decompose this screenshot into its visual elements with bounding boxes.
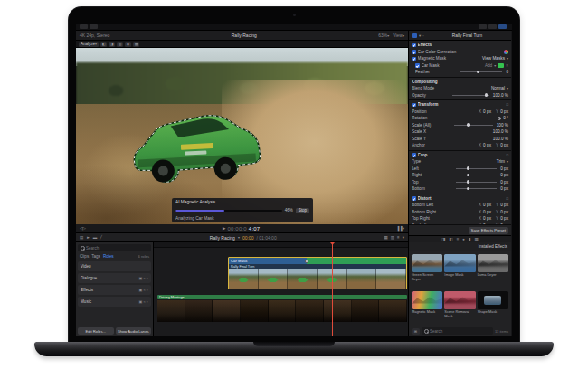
slider-knob[interactable] <box>467 180 469 183</box>
inspector-row-distort[interactable]: Distort□ <box>409 195 511 203</box>
car-mask-effect-bar[interactable]: Car Mask <box>229 258 406 264</box>
clip-appearance-icon[interactable]: ▦ <box>384 235 388 240</box>
secondary-storyline[interactable]: Driving Montage <box>157 295 407 322</box>
import-media-icon[interactable] <box>80 24 88 29</box>
effects-search[interactable] <box>422 327 493 335</box>
inspector-row-blend-mode[interactable]: Blend ModeNormal▾ <box>409 85 511 92</box>
enable-checkbox[interactable] <box>412 50 416 54</box>
music-icon[interactable]: ▮ <box>469 237 470 241</box>
slider-track[interactable] <box>456 175 497 175</box>
focus-icon[interactable]: ▣ <box>139 299 143 304</box>
video-inspector-icon[interactable] <box>412 33 417 38</box>
popup-value[interactable]: Normal <box>491 86 505 90</box>
inspector-row-type[interactable]: TypeTrim▾ <box>409 158 511 166</box>
rotation-dial-icon[interactable] <box>498 117 502 121</box>
show-audio-lanes-button[interactable]: Show Audio Lanes <box>116 327 152 335</box>
stop-button[interactable]: Stop <box>296 208 309 213</box>
role-row-video[interactable]: Video <box>78 261 151 271</box>
effect-thumbnail[interactable] <box>478 254 508 272</box>
focus-icon[interactable]: ▣ <box>139 288 143 292</box>
role-row-music[interactable]: Music▣≈○ <box>78 297 151 307</box>
x-value[interactable]: 0 px <box>483 216 491 221</box>
slider-knob[interactable] <box>467 166 469 169</box>
reset-icon[interactable]: □ <box>506 102 508 107</box>
inspector-row-rotation[interactable]: Rotation0 ° <box>409 115 511 122</box>
inspector-row-transform[interactable]: Transform□ <box>409 101 511 109</box>
effect-item-image-mask[interactable]: Image Mask <box>444 254 475 289</box>
playhead[interactable] <box>332 242 333 336</box>
inspector-row-anchor[interactable]: AnchorX0 pxY0 px <box>409 142 511 149</box>
timeline-layout-icon[interactable] <box>488 24 497 29</box>
effect-item-shape-mask[interactable]: Shape Mask <box>478 291 508 326</box>
enable-checkbox[interactable] <box>412 196 416 201</box>
y-value[interactable]: 0 px <box>500 109 508 114</box>
skimming-icon[interactable]: ▥ <box>391 235 394 240</box>
add-mask-control[interactable]: Add <box>485 63 492 68</box>
slider-track[interactable] <box>456 188 497 189</box>
y-value[interactable]: 0 px <box>500 216 508 221</box>
inspector-row-bottom-left[interactable]: Bottom LeftX0 pxY0 px <box>409 202 511 209</box>
inspector-row-bottom-right[interactable]: Bottom RightX0 pxY0 px <box>409 209 511 216</box>
enable-checkbox[interactable] <box>415 63 420 68</box>
timeline-ruler[interactable] <box>154 242 408 248</box>
mask-color-chip[interactable] <box>498 63 504 68</box>
info-inspector-icon[interactable]: ◦ <box>422 33 424 38</box>
effect-thumbnail[interactable] <box>444 291 475 309</box>
y-value[interactable]: 0 px <box>500 143 508 147</box>
slider-track[interactable] <box>452 95 489 96</box>
selected-clip-group[interactable]: Car Mask Rally Final Turn <box>228 257 407 289</box>
effects-icon[interactable]: ◨ <box>441 237 445 241</box>
mask-tool-icon[interactable]: ◨ <box>109 42 115 47</box>
waveform-icon[interactable]: ≈ <box>143 288 145 292</box>
inspector-row-bottom[interactable]: Bottom0 px <box>409 185 511 193</box>
role-row-effects[interactable]: Effects▣≈○ <box>78 285 151 295</box>
inspector-row-right[interactable]: Right0 px <box>409 172 511 179</box>
transitions-icon[interactable]: ◧ <box>449 237 452 241</box>
reset-icon[interactable]: □ <box>506 153 508 157</box>
view-dropdown[interactable]: View <box>393 33 403 38</box>
effect-item-luma-keyer[interactable]: Luma Keyer <box>478 254 508 289</box>
y-value[interactable]: 0 px <box>500 210 508 214</box>
inspector-row-scale-y[interactable]: Scale Y100.0 % <box>409 136 511 143</box>
mask-progress-knob[interactable] <box>305 260 308 263</box>
effect-thumbnail[interactable] <box>412 291 442 309</box>
inspector-row-scale-x[interactable]: Scale X100.0 % <box>409 128 511 136</box>
numeric-value[interactable]: 0 ° <box>503 116 508 120</box>
zoom-level-dropdown[interactable]: 63% <box>378 33 387 38</box>
numeric-value[interactable]: 100.0 % <box>493 129 508 134</box>
slider-track[interactable] <box>456 168 497 169</box>
index-search-input[interactable] <box>86 246 148 251</box>
waveform-icon[interactable]: ≈ <box>143 276 145 280</box>
tab-tags[interactable]: Tags <box>91 254 100 259</box>
installed-effects-header[interactable]: Installed Effects <box>409 242 511 251</box>
timeline-project-dropdown[interactable]: Rally Racing <box>210 235 235 241</box>
numeric-value[interactable]: 100.0 % <box>493 137 508 141</box>
mask-tool-icon[interactable]: ◧ <box>100 42 107 47</box>
slider-knob[interactable] <box>467 123 469 126</box>
inspector-row-top[interactable]: Top0 px <box>409 179 511 186</box>
remove-mask-icon[interactable]: × <box>506 63 508 68</box>
generators-icon[interactable]: ● <box>462 237 465 241</box>
chevron-down-icon[interactable]: ▾ <box>403 226 404 231</box>
slider-knob[interactable] <box>477 71 479 73</box>
grid-view-icon[interactable]: ⊞ <box>412 328 420 335</box>
play-icon[interactable]: ▶ <box>223 226 225 231</box>
timeline-index-icon[interactable]: ▤ <box>80 235 83 240</box>
gear-icon[interactable]: ○ <box>147 288 148 292</box>
x-value[interactable]: 0 px <box>483 203 491 207</box>
edit-roles-button[interactable]: Edit Roles... <box>78 327 114 335</box>
enable-checkbox[interactable] <box>412 43 416 48</box>
save-effects-preset-button[interactable]: Save Effects Preset <box>469 227 508 234</box>
slider-knob[interactable] <box>467 174 469 176</box>
popup-value[interactable]: Trim <box>497 159 505 164</box>
enable-checkbox[interactable] <box>412 103 416 108</box>
role-row-dialogue[interactable]: Dialogue▣≈○ <box>78 273 151 283</box>
gear-icon[interactable]: ○ <box>147 299 148 304</box>
inspector-row-position[interactable]: PositionX0 pxY0 px <box>409 109 511 116</box>
snapping-icon[interactable]: ≡ <box>397 235 400 240</box>
y-value[interactable]: 0 px <box>500 203 508 207</box>
reset-icon[interactable]: □ <box>506 196 508 201</box>
overlay-toggle-icon[interactable]: ▦ <box>133 42 139 47</box>
effect-thumbnail[interactable] <box>412 254 442 272</box>
slider-knob[interactable] <box>485 93 488 96</box>
